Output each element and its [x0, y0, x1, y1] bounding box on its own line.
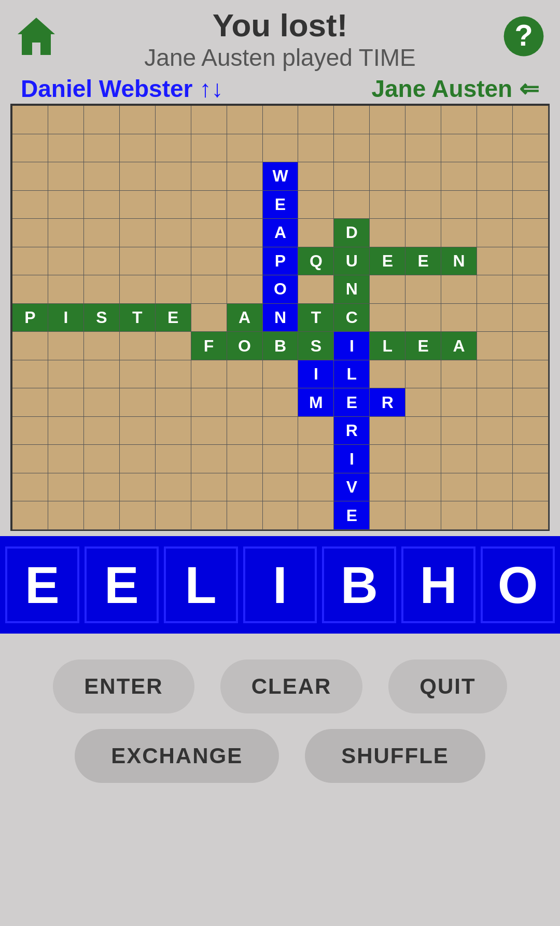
board-cell[interactable]: [12, 388, 48, 417]
board-cell[interactable]: [513, 473, 549, 502]
board-cell[interactable]: [441, 191, 477, 219]
board-cell[interactable]: [120, 445, 156, 473]
board-cell[interactable]: [120, 191, 156, 219]
board-cell[interactable]: [120, 417, 156, 445]
board-cell[interactable]: [441, 360, 477, 389]
board-cell[interactable]: W: [263, 162, 299, 191]
board-cell[interactable]: N: [334, 275, 370, 304]
board-cell[interactable]: [477, 332, 513, 360]
board-cell[interactable]: [441, 388, 477, 417]
board-cell[interactable]: [48, 360, 84, 389]
board-cell[interactable]: [156, 332, 191, 360]
board-cell[interactable]: [441, 473, 477, 502]
board-cell[interactable]: E: [405, 247, 441, 276]
board-cell[interactable]: [227, 219, 263, 247]
board-cell[interactable]: [477, 417, 513, 445]
board-cell[interactable]: [48, 219, 84, 247]
board-cell[interactable]: [405, 473, 441, 502]
board-cell[interactable]: [405, 388, 441, 417]
board-cell[interactable]: [513, 332, 549, 360]
board-cell[interactable]: [227, 501, 263, 530]
board-cell[interactable]: [405, 191, 441, 219]
board-cell[interactable]: [191, 191, 227, 219]
quit-button[interactable]: QUIT: [388, 660, 507, 713]
board-cell[interactable]: [298, 219, 334, 247]
board-cell[interactable]: [370, 473, 405, 502]
board-cell[interactable]: [513, 275, 549, 304]
board-cell[interactable]: [48, 162, 84, 191]
board-cell[interactable]: [12, 191, 48, 219]
board-cell[interactable]: [12, 106, 48, 134]
board-cell[interactable]: [263, 360, 299, 389]
board-cell[interactable]: T: [120, 304, 156, 332]
board-cell[interactable]: [12, 473, 48, 502]
board-cell[interactable]: [191, 501, 227, 530]
board-cell[interactable]: [477, 473, 513, 502]
rack-tile[interactable]: I: [243, 546, 317, 623]
board-cell[interactable]: [477, 304, 513, 332]
board-cell[interactable]: [48, 275, 84, 304]
board-cell[interactable]: [405, 162, 441, 191]
board-cell[interactable]: [441, 162, 477, 191]
board-cell[interactable]: V: [334, 473, 370, 502]
board-cell[interactable]: [441, 134, 477, 163]
board-cell[interactable]: [120, 501, 156, 530]
board-cell[interactable]: [191, 417, 227, 445]
board-cell[interactable]: [156, 417, 191, 445]
board-cell[interactable]: [334, 106, 370, 134]
board-cell[interactable]: [227, 134, 263, 163]
board-cell[interactable]: [84, 417, 120, 445]
board-cell[interactable]: R: [334, 417, 370, 445]
board-cell[interactable]: [48, 134, 84, 163]
board-cell[interactable]: [227, 445, 263, 473]
board-cell[interactable]: [298, 501, 334, 530]
board-cell[interactable]: [48, 417, 84, 445]
enter-button[interactable]: ENTER: [53, 660, 194, 713]
board-cell[interactable]: [405, 304, 441, 332]
board-cell[interactable]: [477, 106, 513, 134]
board-cell[interactable]: E: [334, 388, 370, 417]
board-cell[interactable]: [477, 275, 513, 304]
board-cell[interactable]: [84, 275, 120, 304]
board-cell[interactable]: [334, 191, 370, 219]
board-cell[interactable]: [12, 360, 48, 389]
board-cell[interactable]: O: [227, 332, 263, 360]
board-cell[interactable]: [441, 304, 477, 332]
board-cell[interactable]: [513, 134, 549, 163]
board-cell[interactable]: I: [298, 360, 334, 389]
board-cell[interactable]: [513, 417, 549, 445]
shuffle-button[interactable]: SHUFFLE: [305, 729, 485, 783]
board-cell[interactable]: [370, 219, 405, 247]
board-grid[interactable]: WEADPQUEENONPISTEANTCFOBSILEAILMERRIVE: [11, 105, 549, 530]
board-cell[interactable]: L: [334, 360, 370, 389]
help-icon[interactable]: ?: [503, 16, 544, 57]
board-cell[interactable]: [405, 275, 441, 304]
board-cell[interactable]: [370, 304, 405, 332]
board-cell[interactable]: [263, 501, 299, 530]
board-cell[interactable]: [227, 360, 263, 389]
board-cell[interactable]: E: [156, 304, 191, 332]
board-cell[interactable]: [191, 106, 227, 134]
board-cell[interactable]: [370, 134, 405, 163]
board-cell[interactable]: [477, 388, 513, 417]
board-cell[interactable]: [298, 473, 334, 502]
board-cell[interactable]: [156, 275, 191, 304]
board-cell[interactable]: [405, 445, 441, 473]
board-cell[interactable]: P: [12, 304, 48, 332]
board-cell[interactable]: [191, 388, 227, 417]
board-cell[interactable]: [298, 106, 334, 134]
board-cell[interactable]: [191, 247, 227, 276]
board-cell[interactable]: [370, 106, 405, 134]
rack-tile[interactable]: O: [481, 546, 555, 623]
board-cell[interactable]: [263, 134, 299, 163]
board-cell[interactable]: [227, 473, 263, 502]
board-cell[interactable]: [84, 501, 120, 530]
board-cell[interactable]: [120, 106, 156, 134]
board-cell[interactable]: [12, 247, 48, 276]
board-cell[interactable]: [156, 106, 191, 134]
exchange-button[interactable]: EXCHANGE: [75, 729, 279, 783]
board-cell[interactable]: [120, 473, 156, 502]
board-cell[interactable]: [477, 360, 513, 389]
board-cell[interactable]: [227, 106, 263, 134]
board-cell[interactable]: [84, 247, 120, 276]
